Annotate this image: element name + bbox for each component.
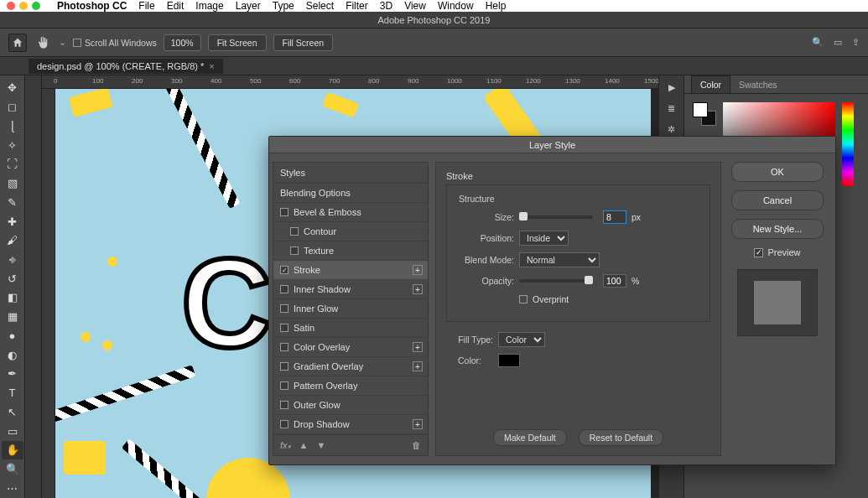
hue-slider[interactable] [842, 102, 854, 186]
menu-edit[interactable]: Edit [167, 0, 185, 12]
eyedropper-tool[interactable]: ✎ [2, 193, 23, 211]
hand-tool-indicator[interactable] [34, 35, 52, 50]
add-effect-icon[interactable]: + [413, 284, 423, 294]
add-effect-icon[interactable]: + [413, 265, 423, 275]
clone-tool[interactable]: ⎆ [2, 251, 23, 269]
foreground-background-swatch[interactable] [693, 102, 716, 126]
opacity-slider[interactable] [519, 279, 593, 283]
style-item-checkbox[interactable] [280, 304, 288, 313]
style-item-stroke[interactable]: ✓Stroke+ [273, 261, 428, 280]
style-item-texture[interactable]: Texture [273, 241, 428, 261]
healing-tool[interactable]: ✚ [2, 212, 23, 231]
style-item-contour[interactable]: Contour [273, 222, 428, 241]
style-item-pattern-overlay[interactable]: Pattern Overlay [273, 376, 428, 396]
menu-window[interactable]: Window [438, 0, 474, 12]
eraser-tool[interactable]: ◧ [2, 288, 23, 307]
fill-screen-button[interactable]: Fill Screen [273, 34, 334, 51]
blendmode-select[interactable]: Normal [519, 252, 600, 267]
size-slider[interactable] [519, 215, 593, 219]
crop-tool[interactable]: ⛶ [2, 155, 23, 174]
ruler-horizontal[interactable]: 0 100 200 300 400 500 600 700 800 900 10… [42, 75, 658, 89]
dialog-titlebar[interactable]: Layer Style [269, 137, 835, 153]
style-item-color-overlay[interactable]: Color Overlay+ [273, 338, 428, 357]
scroll-all-windows-checkbox[interactable]: Scroll All Windows [73, 38, 157, 48]
brush-tool[interactable]: 🖌 [2, 231, 23, 250]
gradient-tool[interactable]: ▦ [2, 308, 23, 326]
color-panel-tab[interactable]: Color [691, 75, 730, 93]
document-tab[interactable]: design.psd @ 100% (CREATE, RGB/8) * × [29, 59, 223, 74]
zoom-level[interactable]: 100% [164, 34, 201, 51]
menu-file[interactable]: File [138, 0, 154, 12]
style-item-checkbox[interactable] [280, 208, 288, 216]
hand-tool[interactable]: ✋ [2, 441, 23, 459]
style-item-checkbox[interactable] [280, 381, 288, 390]
menu-help[interactable]: Help [486, 0, 507, 12]
swatches-panel-tab[interactable]: Swatches [730, 76, 786, 93]
pen-tool[interactable]: ✒ [2, 365, 23, 383]
style-item-satin[interactable]: Satin [273, 319, 428, 338]
move-down-icon[interactable]: ▼ [316, 440, 325, 450]
menu-image[interactable]: Image [195, 0, 223, 12]
make-default-button[interactable]: Make Default [493, 429, 567, 446]
new-style-button[interactable]: New Style... [731, 219, 824, 239]
ok-button[interactable]: OK [731, 162, 824, 182]
zoom-window-icon[interactable] [32, 2, 40, 10]
fit-screen-button[interactable]: Fit Screen [208, 34, 267, 51]
style-item-checkbox[interactable] [280, 362, 288, 371]
style-item-bevel-emboss[interactable]: Bevel & Emboss [273, 203, 428, 222]
more-tools[interactable]: ⋯ [2, 479, 23, 497]
shape-tool[interactable]: ▭ [2, 422, 23, 440]
style-item-checkbox[interactable] [280, 285, 288, 293]
add-effect-icon[interactable]: + [413, 342, 423, 352]
style-item-gradient-overlay[interactable]: Gradient Overlay+ [273, 357, 428, 376]
style-item-checkbox[interactable] [280, 343, 288, 351]
menu-filter[interactable]: Filter [346, 0, 368, 12]
frame-tool[interactable]: ▧ [2, 174, 23, 193]
style-item-outer-glow[interactable]: Outer Glow [273, 396, 428, 415]
gear-icon[interactable]: ✲ [668, 124, 675, 135]
cancel-button[interactable]: Cancel [731, 190, 824, 210]
blur-tool[interactable]: ● [2, 327, 23, 345]
move-tool[interactable]: ✥ [2, 79, 23, 97]
style-item-checkbox[interactable] [290, 227, 299, 236]
menu-view[interactable]: View [404, 0, 426, 12]
add-effect-icon[interactable]: + [413, 419, 423, 429]
workspace-icon[interactable]: ▭ [834, 37, 842, 48]
ruler-vertical[interactable] [42, 89, 55, 498]
close-tab-icon[interactable]: × [209, 61, 214, 71]
history-brush-tool[interactable]: ↺ [2, 269, 23, 288]
trash-icon[interactable]: 🗑 [412, 440, 421, 450]
type-tool[interactable]: T [2, 384, 23, 402]
search-icon[interactable]: 🔍 [812, 37, 824, 48]
style-item-checkbox[interactable] [280, 401, 288, 409]
reset-default-button[interactable]: Reset to Default [579, 429, 663, 446]
filltype-select[interactable]: Color [498, 332, 545, 347]
stroke-color-swatch[interactable] [498, 354, 520, 367]
style-item-drop-shadow[interactable]: Drop Shadow+ [273, 415, 428, 434]
share-icon[interactable]: ⇪ [852, 37, 860, 48]
move-up-icon[interactable]: ▲ [299, 440, 309, 450]
size-input[interactable] [603, 210, 626, 224]
style-item-inner-glow[interactable]: Inner Glow [273, 299, 428, 319]
magic-wand-tool[interactable]: ✧ [2, 136, 23, 154]
add-effect-icon[interactable]: + [413, 361, 423, 371]
style-item-inner-shadow[interactable]: Inner Shadow+ [273, 280, 428, 299]
opacity-input[interactable] [603, 274, 626, 288]
style-item-blending-options[interactable]: Blending Options [273, 184, 428, 203]
history-icon[interactable]: ≣ [668, 103, 675, 114]
style-item-checkbox[interactable] [280, 420, 288, 428]
fx-icon[interactable]: fx▾ [280, 440, 291, 450]
zoom-tool[interactable]: 🔍 [2, 460, 23, 479]
play-icon[interactable]: ▶ [668, 82, 675, 93]
marquee-tool[interactable]: ◻ [2, 98, 23, 117]
lasso-tool[interactable]: ɭ [2, 117, 23, 135]
menu-type[interactable]: Type [273, 0, 294, 12]
tool-preset-dropdown-icon[interactable]: ⌄ [59, 37, 66, 48]
dodge-tool[interactable]: ◐ [2, 345, 23, 364]
style-item-checkbox[interactable] [280, 324, 288, 332]
foreground-color-swatch[interactable] [693, 102, 708, 117]
preview-checkbox[interactable]: ✓ Preview [754, 247, 800, 257]
style-item-checkbox[interactable]: ✓ [280, 266, 288, 274]
menu-3d[interactable]: 3D [380, 0, 392, 12]
style-item-checkbox[interactable] [290, 246, 299, 255]
